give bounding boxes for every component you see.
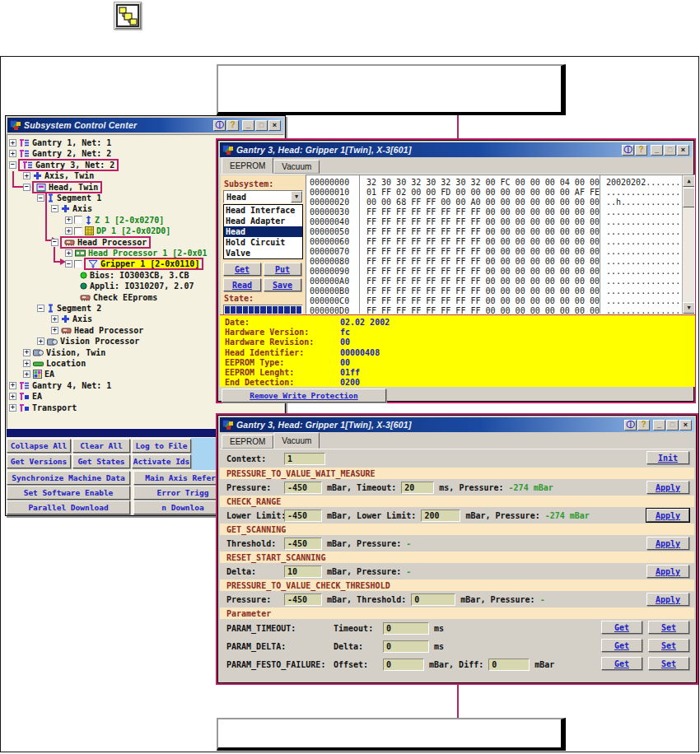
tree-checkbox[interactable] <box>74 260 82 268</box>
close-button[interactable]: × <box>268 120 281 131</box>
scrollbar-thumb[interactable] <box>683 188 695 207</box>
value-input[interactable]: 200 <box>421 510 460 522</box>
expand-plus-icon[interactable]: + <box>51 315 58 323</box>
eeprom-titlebar[interactable]: Gantry 3, Head: Gripper 1[Twin], X-3[601… <box>220 142 692 157</box>
set-button[interactable]: Set <box>648 657 689 670</box>
save-button[interactable]: Save <box>264 278 301 291</box>
get-versions-button[interactable]: Get Versions <box>7 454 71 468</box>
clear-all-button[interactable]: Clear All <box>72 439 130 453</box>
put-button[interactable]: Put <box>264 263 301 276</box>
apply-button[interactable]: Apply <box>646 565 689 578</box>
tree-item-ea[interactable]: +EA <box>23 369 57 379</box>
tree-item-check-eeproms[interactable]: Check EEproms <box>79 292 160 303</box>
value-input[interactable]: 10 <box>284 566 322 578</box>
get-states-button[interactable]: Get States <box>72 454 130 468</box>
tree-item-head-processor[interactable]: +Head Processor <box>51 325 146 336</box>
get-button[interactable]: Get <box>601 657 642 670</box>
maximize-button[interactable]: □ <box>666 420 679 431</box>
parallel-download-button[interactable]: Parallel Download <box>7 500 130 514</box>
collapse-minus-icon[interactable]: − <box>37 305 44 312</box>
maximize-button[interactable]: □ <box>255 120 268 131</box>
info-button[interactable]: ⓘ <box>213 120 226 131</box>
expand-plus-icon[interactable]: + <box>9 150 16 157</box>
tree-item-location[interactable]: +Location <box>23 358 88 369</box>
value-input[interactable]: 20 <box>401 482 434 494</box>
expand-plus-icon[interactable]: + <box>23 360 30 367</box>
minimize-button[interactable]: _ <box>242 120 254 131</box>
collapse-minus-icon[interactable]: − <box>23 184 30 191</box>
value-input[interactable]: 0 <box>383 659 424 671</box>
value-input[interactable]: 0 <box>383 640 429 653</box>
info-button[interactable]: ⓘ <box>622 145 634 156</box>
tree-item-vision-twin[interactable]: +Vision, Twin <box>23 347 108 358</box>
value-input[interactable]: -450 <box>284 510 322 522</box>
get-button[interactable]: Get <box>601 621 642 634</box>
tab-vacuum[interactable]: Vacuum <box>273 432 320 449</box>
get-button[interactable]: Get <box>223 263 261 276</box>
expand-plus-icon[interactable]: + <box>9 393 16 400</box>
tab-vacuum[interactable]: Vacuum <box>273 160 320 174</box>
apply-button[interactable]: Apply <box>646 593 689 606</box>
tree-item-axis-twin[interactable]: +Axis, Twin <box>23 170 96 181</box>
tree-item-vision-processor[interactable]: +Vision Processor <box>37 336 142 347</box>
synchronize-machine-data-button[interactable]: Synchronize Machine Data <box>7 471 130 485</box>
init-button[interactable]: Init <box>646 451 689 464</box>
expand-plus-icon[interactable]: + <box>37 337 44 345</box>
set-button[interactable]: Set <box>648 621 689 634</box>
subsystem-dropdown[interactable]: Head ▼ <box>223 190 303 203</box>
tree-item-segment-2[interactable]: −Segment 2 <box>37 303 104 314</box>
hex-dump-view[interactable]: 0000000032 30 30 32 30 32 30 32 00 FC 00… <box>306 175 695 314</box>
value-input[interactable]: 1 <box>284 453 325 465</box>
tree-item-appli-io310207-2-07[interactable]: Appli: IO310207, 2.07 <box>79 281 196 291</box>
expand-plus-icon[interactable]: + <box>65 249 72 257</box>
subsystem-control-center-toolbar-button[interactable] <box>114 2 142 30</box>
value-input[interactable]: -450 <box>284 593 322 606</box>
control-center-titlebar[interactable]: Subsystem Control Center ⓘ?_□× <box>7 118 283 133</box>
tree-item-head-twin[interactable]: −Head, Twin <box>23 182 102 193</box>
collapse-minus-icon[interactable]: − <box>51 239 58 246</box>
tree-item-ea[interactable]: +EA <box>9 391 44 402</box>
help-button[interactable]: ? <box>635 145 647 156</box>
value-input[interactable]: -450 <box>284 482 322 494</box>
get-button[interactable]: Get <box>601 639 642 652</box>
collapse-all-button[interactable]: Collapse All <box>7 439 71 453</box>
tab-eeprom[interactable]: EEPROM <box>222 157 273 174</box>
expand-plus-icon[interactable]: + <box>65 216 72 224</box>
help-button[interactable]: ? <box>226 120 239 131</box>
expand-plus-icon[interactable]: + <box>9 404 16 412</box>
maximize-button[interactable]: □ <box>664 145 676 156</box>
apply-button[interactable]: Apply <box>646 509 689 522</box>
tree-item-gantry-4-net-1[interactable]: +Gantry 4, Net: 1 <box>9 380 114 391</box>
hex-scrollbar[interactable]: ▲ ▼ <box>682 175 694 314</box>
collapse-minus-icon[interactable]: − <box>37 194 44 202</box>
tree-checkbox[interactable] <box>74 216 82 224</box>
close-button[interactable]: × <box>677 145 689 156</box>
read-button[interactable]: Read <box>223 278 261 291</box>
collapse-minus-icon[interactable]: − <box>9 161 16 169</box>
tree-item-bios-io3003cb-3-cb[interactable]: Bios: IO3003CB, 3.CB <box>79 270 191 281</box>
dropdown-option-head-interface[interactable]: Head Interface <box>224 205 302 216</box>
expand-plus-icon[interactable]: + <box>65 227 72 235</box>
vacuum-titlebar[interactable]: Gantry 3, Head: Gripper 1[Twin], X-3[601… <box>220 417 694 432</box>
expand-plus-icon[interactable]: + <box>23 349 30 356</box>
expand-plus-icon[interactable]: + <box>23 172 30 179</box>
tree-item-transport[interactable]: +Transport <box>9 403 79 413</box>
tree-item-gripper-1-2-0x0110[interactable]: −Gripper 1 [2-0x0110] <box>65 258 203 269</box>
apply-button[interactable]: Apply <box>646 481 689 494</box>
collapse-minus-icon[interactable]: − <box>65 260 72 268</box>
scroll-up-icon[interactable]: ▲ <box>683 175 695 187</box>
tree-item-z-1-2-0x0270[interactable]: +Z 1 [2-0x0270] <box>65 215 166 226</box>
collapse-minus-icon[interactable]: − <box>51 205 58 212</box>
dropdown-option-head-adapter[interactable]: Head Adapter <box>224 216 302 226</box>
value-input[interactable]: 0 <box>383 622 429 635</box>
activate-ids-button[interactable]: Activate Ids <box>132 454 191 468</box>
help-button[interactable]: ? <box>637 420 650 431</box>
close-button[interactable]: × <box>679 420 692 431</box>
scroll-down-icon[interactable]: ▼ <box>683 302 695 314</box>
minimize-button[interactable]: _ <box>653 420 665 431</box>
tree-item-head-processor[interactable]: −Head Processor <box>51 237 151 248</box>
tree-item-axis[interactable]: −Axis <box>51 203 95 214</box>
tree-item-axis[interactable]: +Axis <box>51 314 95 324</box>
value-input[interactable]: -450 <box>284 538 322 550</box>
tree-item-gantry-3-net-2[interactable]: −Gantry 3, Net: 2 <box>9 160 119 170</box>
